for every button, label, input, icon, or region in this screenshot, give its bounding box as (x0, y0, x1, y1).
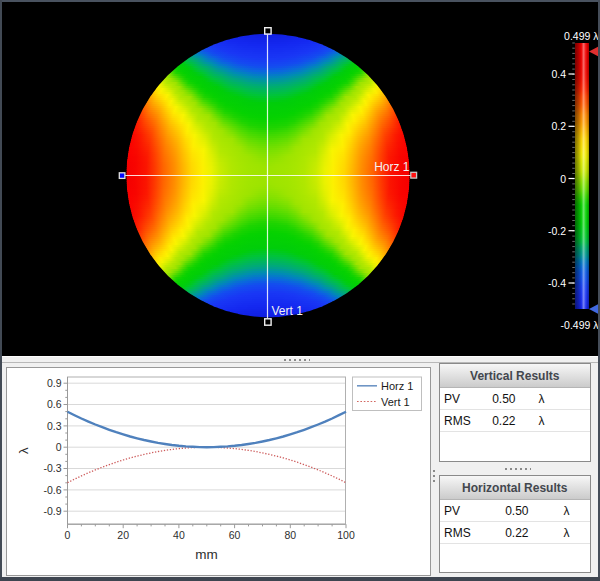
svg-text:0: 0 (560, 173, 566, 185)
svg-text:-0.4: -0.4 (548, 277, 566, 289)
svg-text:Horz 1: Horz 1 (374, 160, 410, 174)
svg-text:0.2: 0.2 (551, 120, 566, 132)
svg-text:-0.2: -0.2 (548, 225, 566, 237)
svg-text:-0.499 λ: -0.499 λ (561, 319, 600, 331)
svg-text:Vert 1: Vert 1 (272, 304, 304, 318)
svg-text:0.499 λ: 0.499 λ (564, 30, 599, 42)
svg-text:0.4: 0.4 (551, 68, 566, 80)
